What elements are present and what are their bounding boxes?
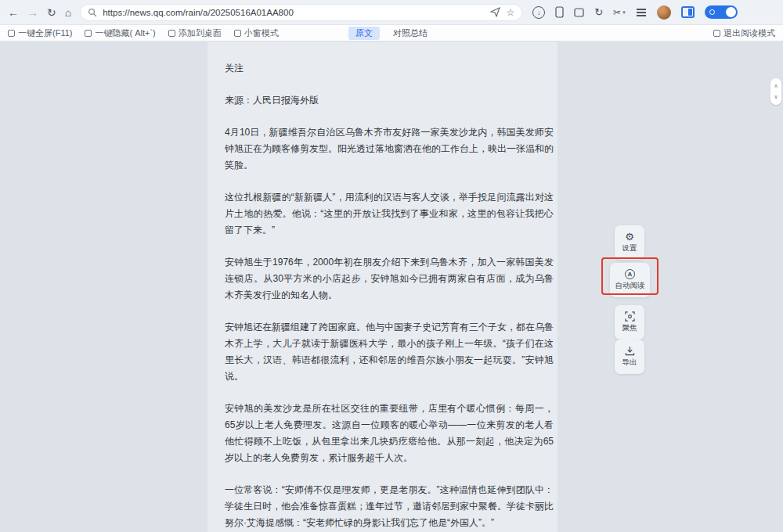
tab-original[interactable]: 原文 xyxy=(348,27,380,40)
tab-comparison-summary[interactable]: 对照总结 xyxy=(386,27,435,40)
hide-button[interactable]: 一键隐藏( Alt+`) xyxy=(85,27,155,39)
url-text[interactable]: https://news.qq.com/rain/a/20250516A01AA… xyxy=(103,8,485,17)
article-paragraph: 安钟旭还在新疆组建了跨国家庭。他与中国妻子史记芳育有三个子女，都在乌鲁木齐上学，… xyxy=(225,319,554,385)
export-button[interactable]: 导出 xyxy=(615,340,644,374)
article-paragraph: 4月10日，新疆维吾尔自治区乌鲁木齐市友好路一家美发沙龙内，韩国美发师安钟旭正在… xyxy=(225,124,554,174)
auto-read-button[interactable]: A 自动阅读 xyxy=(610,263,650,297)
forward-icon[interactable]: → xyxy=(27,7,38,18)
refresh-icon[interactable]: ↻ xyxy=(47,7,56,18)
phone-icon[interactable] xyxy=(555,6,564,18)
workspace-icon[interactable] xyxy=(574,8,584,17)
exit-reading-mode-button[interactable]: 退出阅读模式 xyxy=(713,27,775,39)
add-desktop-label: 添加到桌面 xyxy=(179,27,222,39)
download-icon[interactable]: ↓ xyxy=(532,6,545,19)
browser-chrome: ← → ↻ ⌂ https://news.qq.com/rain/a/20250… xyxy=(0,0,783,25)
export-icon xyxy=(625,346,635,356)
article-paragraph: 这位扎根新疆的“新新疆人”，用流利的汉语与客人交谈，举手投足间流露出对这片土地的… xyxy=(225,189,554,239)
focus-button[interactable]: 聚焦 xyxy=(615,305,644,340)
export-label: 导出 xyxy=(622,358,637,368)
add-to-desktop-button[interactable]: 添加到桌面 xyxy=(168,27,222,39)
focus-label: 聚焦 xyxy=(622,323,637,333)
bookmark-star-icon[interactable]: ☆ xyxy=(506,7,514,18)
fullscreen-label: 一键全屏(F11) xyxy=(18,27,72,39)
auto-read-icon: A xyxy=(625,269,635,279)
toolbar-right-group: 退出阅读模式 xyxy=(713,27,775,39)
settings-label: 设置 xyxy=(622,243,637,253)
article-paragraph: 一位常客说：“安师傅不仅是理发师，更是老朋友。”这种温情也延伸到团队中：学徒生日… xyxy=(225,482,554,531)
browser-mode-toggle[interactable] xyxy=(705,5,738,19)
view-tabs: 原文 对照总结 xyxy=(348,25,435,41)
screenshot-tool-button[interactable]: ✂▾ xyxy=(613,7,626,18)
address-bar[interactable]: https://news.qq.com/rain/a/20250516A01AA… xyxy=(80,4,522,21)
hide-label: 一键隐藏( Alt+`) xyxy=(95,27,155,39)
home-icon[interactable]: ⌂ xyxy=(65,7,71,18)
focus-icon xyxy=(625,311,635,322)
fullscreen-icon xyxy=(8,30,15,37)
toggle-knob xyxy=(726,7,736,17)
reading-toolbar: 一键全屏(F11) 一键隐藏( Alt+`) 添加到桌面 小窗模式 原文 对照总… xyxy=(0,25,783,41)
article-paragraph: 安钟旭的美发沙龙是所在社区交往的重要纽带，店里有个暖心惯例：每周一，65岁以上老… xyxy=(225,401,554,466)
follow-link[interactable]: 关注 xyxy=(225,60,554,77)
small-window-label: 小窗模式 xyxy=(244,27,279,39)
article-source: 来源：人民日报海外版 xyxy=(225,92,554,109)
back-icon[interactable]: ← xyxy=(8,7,19,18)
send-to-device-icon[interactable] xyxy=(490,7,500,17)
toggle-ring-icon xyxy=(709,9,715,15)
menu-icon[interactable] xyxy=(636,12,647,13)
avatar[interactable] xyxy=(657,5,671,20)
article-column: 关注 来源：人民日报海外版 4月10日，新疆维吾尔自治区乌鲁木齐市友好路一家美发… xyxy=(207,42,557,532)
exit-reading-label: 退出阅读模式 xyxy=(723,27,775,39)
scroll-down-icon[interactable]: ∨ xyxy=(774,94,778,100)
article-paragraph: 安钟旭生于1976年，2000年初在朋友介绍下来到乌鲁木齐，加入一家韩国美发连锁… xyxy=(225,254,554,304)
settings-button[interactable]: ⚙ 设置 xyxy=(615,225,644,260)
fullscreen-button[interactable]: 一键全屏(F11) xyxy=(8,27,72,39)
chevron-down-icon: ▾ xyxy=(622,9,626,16)
small-window-icon xyxy=(234,30,241,37)
gear-icon: ⚙ xyxy=(625,232,634,242)
history-icon[interactable]: ↻ xyxy=(594,6,603,18)
scroll-up-icon[interactable]: ∧ xyxy=(774,83,778,89)
split-view-icon[interactable] xyxy=(681,6,695,18)
small-window-button[interactable]: 小窗模式 xyxy=(234,27,279,39)
toolbar-left-group: 一键全屏(F11) 一键隐藏( Alt+`) 添加到桌面 小窗模式 xyxy=(8,27,279,39)
search-icon xyxy=(88,8,97,17)
hide-icon xyxy=(85,30,92,37)
browser-actions: ↓ ↻ ✂▾ xyxy=(532,5,737,20)
auto-read-label: 自动阅读 xyxy=(615,281,645,291)
add-desktop-icon xyxy=(168,30,175,37)
scroll-buttons[interactable]: ∧ ∨ xyxy=(770,78,781,105)
exit-reading-icon xyxy=(713,30,720,37)
reading-area: 关注 来源：人民日报海外版 4月10日，新疆维吾尔自治区乌鲁木齐市友好路一家美发… xyxy=(0,42,783,532)
